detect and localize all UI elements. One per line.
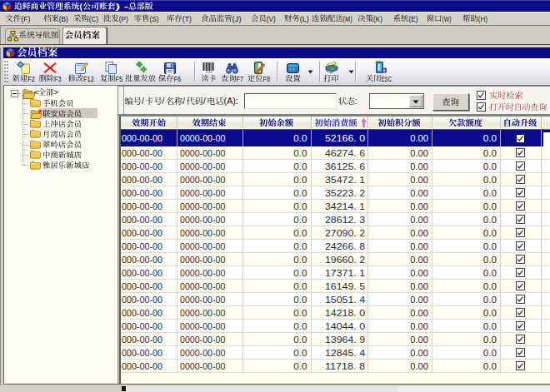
- svg-text:1234: 1234: [206, 71, 212, 74]
